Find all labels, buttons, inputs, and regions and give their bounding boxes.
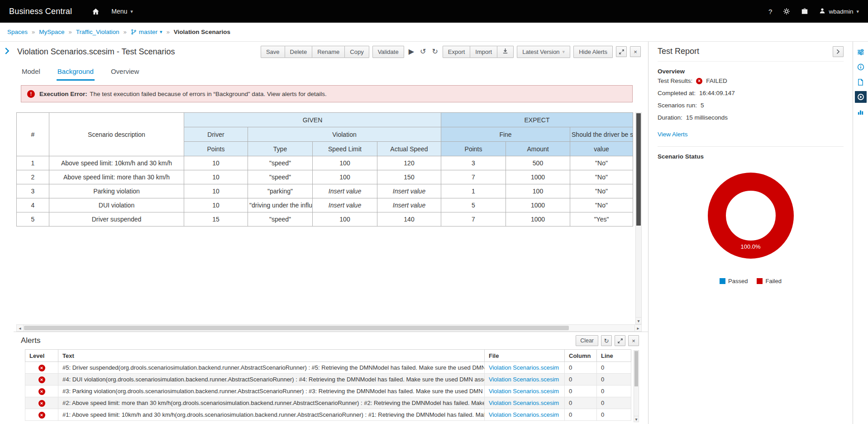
alert-file-link[interactable]: Violation Scenarios.scesim — [489, 400, 559, 406]
alerts-col-level[interactable]: Level — [25, 350, 58, 362]
collapse-panel-chevron-icon[interactable] — [833, 46, 844, 57]
alert-file-link[interactable]: Violation Scenarios.scesim — [489, 388, 559, 395]
cell-amount[interactable]: 100 — [506, 184, 570, 198]
header-driver[interactable]: Driver — [184, 127, 248, 142]
cell-description[interactable]: DUI violation — [49, 198, 184, 212]
cell-description[interactable]: Above speed limit: 10km/h and 30 km/h — [49, 156, 184, 170]
cell-type[interactable]: "parking" — [248, 184, 313, 198]
help-icon[interactable]: ? — [768, 8, 772, 15]
group-header-given[interactable]: GIVEN — [184, 113, 441, 127]
group-header-expect[interactable]: EXPECT — [441, 113, 633, 127]
cell-actual-speed[interactable]: 140 — [377, 212, 441, 226]
header-type[interactable]: Type — [248, 142, 313, 156]
gear-icon[interactable] — [783, 8, 790, 15]
header-speed-limit[interactable]: Speed Limit — [313, 142, 377, 156]
cell-description[interactable]: Parking violation — [49, 184, 184, 198]
scrollbar-thumb[interactable] — [634, 351, 638, 386]
close-icon[interactable]: × — [628, 335, 639, 346]
header-points[interactable]: Points — [184, 142, 248, 156]
cell-amount[interactable]: 1000 — [506, 212, 570, 226]
validate-button[interactable]: Validate — [372, 46, 404, 58]
cell-speed-limit[interactable]: Insert value — [313, 198, 377, 212]
alerts-col-column[interactable]: Column — [565, 350, 597, 362]
header-should-suspend[interactable]: Should the driver be suspended? — [570, 127, 633, 142]
scroll-right-arrow-icon[interactable]: ▸ — [634, 325, 641, 331]
hide-alerts-button[interactable]: Hide Alerts — [573, 46, 613, 58]
alert-file-link[interactable]: Violation Scenarios.scesim — [489, 411, 559, 418]
col-header-index[interactable]: # — [17, 113, 49, 156]
test-report-icon[interactable] — [855, 91, 867, 103]
view-alerts-link[interactable]: View Alerts — [658, 131, 688, 138]
header-violation[interactable]: Violation — [248, 127, 441, 142]
home-icon[interactable] — [92, 8, 100, 15]
cell-index[interactable]: 2 — [17, 170, 49, 184]
alert-file-link[interactable]: Violation Scenarios.scesim — [489, 364, 559, 371]
cell-points[interactable]: 10 — [184, 198, 248, 212]
header-amount[interactable]: Amount — [506, 142, 570, 156]
cell-index[interactable]: 5 — [17, 212, 49, 226]
cell-fine-points[interactable]: 5 — [441, 198, 506, 212]
sliders-icon[interactable] — [855, 46, 867, 58]
scroll-left-arrow-icon[interactable]: ◂ — [17, 325, 24, 331]
scenario-status-donut-chart[interactable]: 100.0% — [708, 173, 794, 259]
cell-fine-points[interactable]: 1 — [441, 184, 506, 198]
breadcrumb-spaces[interactable]: Spaces — [7, 29, 28, 35]
cell-actual-speed[interactable]: Insert value — [377, 184, 441, 198]
close-icon[interactable]: × — [630, 46, 641, 57]
maximize-icon[interactable] — [616, 46, 627, 57]
scrollbar-thumb[interactable] — [636, 113, 641, 226]
cell-index[interactable]: 1 — [17, 156, 49, 170]
file-icon[interactable] — [855, 76, 867, 88]
maximize-icon[interactable] — [615, 335, 625, 346]
cell-speed-limit[interactable]: 100 — [313, 170, 377, 184]
breadcrumb-myspace[interactable]: MySpace — [39, 29, 64, 35]
copy-button[interactable]: Copy — [344, 46, 369, 58]
cell-speed-limit[interactable]: 100 — [313, 156, 377, 170]
expand-explorer-chevron-icon[interactable] — [5, 47, 10, 424]
cell-index[interactable]: 3 — [17, 184, 49, 198]
version-dropdown[interactable]: Latest Version ▾ — [517, 46, 570, 58]
bar-chart-icon[interactable] — [855, 106, 867, 118]
cell-amount[interactable]: 1000 — [506, 198, 570, 212]
download-icon[interactable] — [497, 46, 514, 58]
alerts-col-file[interactable]: File — [485, 350, 565, 362]
delete-button[interactable]: Delete — [285, 46, 313, 58]
undo-icon[interactable]: ↺ — [419, 48, 427, 55]
cell-points[interactable]: 10 — [184, 170, 248, 184]
header-actual-speed[interactable]: Actual Speed — [377, 142, 441, 156]
tab-background[interactable]: Background — [57, 64, 95, 81]
cell-points[interactable]: 15 — [184, 212, 248, 226]
info-icon[interactable] — [855, 61, 867, 73]
cell-actual-speed[interactable]: 120 — [377, 156, 441, 170]
import-button[interactable]: Import — [470, 46, 497, 58]
scroll-down-arrow-icon[interactable]: ▾ — [634, 416, 639, 422]
branch-selector[interactable]: master ▾ — [131, 29, 162, 35]
cell-amount[interactable]: 1000 — [506, 170, 570, 184]
cell-fine-points[interactable]: 7 — [441, 170, 506, 184]
redo-icon[interactable]: ↻ — [430, 48, 439, 55]
user-menu[interactable]: wbadmin ▾ — [819, 8, 859, 15]
scrollbar-thumb[interactable] — [24, 326, 569, 330]
cell-suspended[interactable]: "No" — [570, 198, 633, 212]
header-fine[interactable]: Fine — [441, 127, 570, 142]
run-tests-icon[interactable]: ▶ — [407, 48, 415, 55]
cell-speed-limit[interactable]: Insert value — [313, 184, 377, 198]
header-value[interactable]: value — [570, 142, 633, 156]
scroll-down-arrow-icon[interactable]: ▾ — [636, 317, 641, 324]
cell-description[interactable]: Driver suspended — [49, 212, 184, 226]
cell-points[interactable]: 10 — [184, 184, 248, 198]
tab-overview[interactable]: Overview — [110, 64, 140, 81]
export-button[interactable]: Export — [443, 46, 471, 58]
menu-dropdown[interactable]: Menu ▾ — [111, 8, 133, 15]
tab-model[interactable]: Model — [21, 64, 41, 81]
legend-passed[interactable]: Passed — [720, 278, 748, 284]
refresh-icon[interactable]: ↻ — [601, 335, 612, 346]
alerts-vertical-scrollbar[interactable]: ▾ — [634, 350, 639, 422]
cell-type[interactable]: "driving under the influence" — [248, 198, 313, 212]
alerts-col-line[interactable]: Line — [597, 350, 631, 362]
briefcase-icon[interactable] — [801, 8, 808, 15]
cell-suspended[interactable]: "Yes" — [570, 212, 633, 226]
alerts-col-text[interactable]: Text — [58, 350, 485, 362]
cell-type[interactable]: "speed" — [248, 212, 313, 226]
header-fine-points[interactable]: Points — [441, 142, 506, 156]
